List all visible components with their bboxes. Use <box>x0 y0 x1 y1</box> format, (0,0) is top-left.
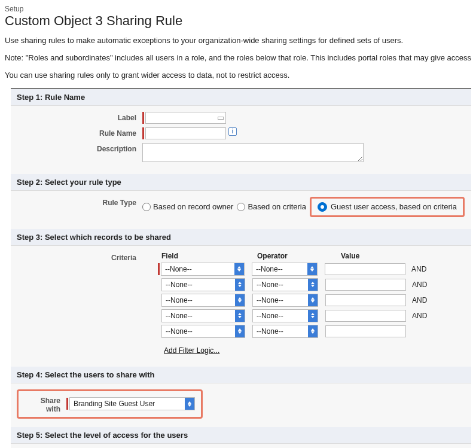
breadcrumb: Setup <box>5 5 471 13</box>
rule-name-input[interactable] <box>145 127 226 139</box>
rule-type-owner[interactable]: Based on record owner <box>142 202 233 211</box>
chevron-updown-icon <box>235 294 245 306</box>
page-title: Custom Object 3 Sharing Rule <box>5 13 471 29</box>
radio-owner-label: Based on record owner <box>153 202 233 211</box>
radio-criteria[interactable] <box>237 203 245 211</box>
value-input-2[interactable] <box>325 279 406 291</box>
operator-select-4[interactable]: --None-- <box>252 309 318 322</box>
field-select-1[interactable]: --None-- <box>161 263 245 276</box>
rule-type-label: Rule Type <box>17 197 142 207</box>
label-input[interactable] <box>145 112 226 124</box>
operator-select-5[interactable]: --None-- <box>252 325 318 338</box>
required-indicator <box>158 263 160 275</box>
and-label: AND <box>406 281 436 289</box>
share-with-select[interactable]: Branding Site Guest User <box>69 397 195 410</box>
chevron-updown-icon <box>308 279 318 291</box>
share-with-label: Share with <box>25 395 66 413</box>
rule-type-criteria[interactable]: Based on criteria <box>237 202 306 211</box>
chevron-updown-icon <box>235 279 245 291</box>
and-label: AND <box>405 265 435 273</box>
highlight-guest-rule-type: Guest user access, based on criteria <box>310 197 465 217</box>
value-input-5[interactable] <box>325 325 406 337</box>
step2-header: Step 2: Select your rule type <box>11 174 471 191</box>
intro-text: Use sharing rules to make automatic exce… <box>5 36 471 81</box>
add-filter-logic-link[interactable]: Add Filter Logic... <box>164 346 219 355</box>
and-label: AND <box>406 296 436 304</box>
field-select-5[interactable]: --None-- <box>161 325 245 338</box>
criteria-row: --None-- --None-- AND <box>161 294 448 307</box>
rule-type-guest[interactable]: Guest user access, based on criteria <box>318 202 457 212</box>
operator-select-3[interactable]: --None-- <box>252 294 318 307</box>
radio-criteria-label: Based on criteria <box>248 202 306 211</box>
chevron-updown-icon <box>308 310 318 322</box>
criteria-row: --None-- --None-- <box>161 325 448 338</box>
and-label: AND <box>406 312 436 320</box>
intro-3: You can use sharing rules only to grant … <box>5 71 471 81</box>
step4-header: Step 4: Select the users to share with <box>11 367 471 383</box>
description-input[interactable] <box>142 143 364 162</box>
value-input-1[interactable] <box>325 263 405 275</box>
field-select-4[interactable]: --None-- <box>161 309 245 322</box>
value-input-3[interactable] <box>325 294 406 306</box>
col-operator: Operator <box>257 252 341 260</box>
field-select-2[interactable]: --None-- <box>161 278 245 291</box>
radio-owner[interactable] <box>142 203 151 211</box>
col-field: Field <box>161 252 257 260</box>
required-indicator <box>142 112 144 124</box>
intro-1: Use sharing rules to make automatic exce… <box>5 36 471 46</box>
rule-name-label: Rule Name <box>17 127 142 138</box>
chevron-updown-icon <box>307 263 317 275</box>
criteria-row: --None-- --None-- AND <box>161 278 448 291</box>
criteria-row: --None-- --None-- AND <box>161 309 448 322</box>
highlight-share-with: Share with Branding Site Guest User <box>17 389 203 419</box>
chevron-updown-icon <box>235 310 245 322</box>
required-indicator <box>142 127 144 139</box>
info-icon[interactable]: i <box>228 127 237 136</box>
contact-card-icon[interactable]: ▭ <box>217 113 224 122</box>
intro-2: Note: "Roles and subordinates" includes … <box>5 53 471 63</box>
required-indicator <box>66 398 68 410</box>
step3-header: Step 3: Select which records to be share… <box>11 229 471 246</box>
radio-guest[interactable] <box>318 202 327 212</box>
step1-header: Step 1: Rule Name <box>11 89 471 106</box>
criteria-row: --None-- --None-- AND <box>161 263 448 276</box>
chevron-updown-icon <box>235 325 245 337</box>
chevron-updown-icon <box>308 294 318 306</box>
col-value: Value <box>341 252 419 260</box>
criteria-label: Criteria <box>17 252 142 262</box>
operator-select-2[interactable]: --None-- <box>252 278 318 291</box>
chevron-updown-icon <box>185 398 194 410</box>
radio-guest-label: Guest user access, based on criteria <box>331 202 457 211</box>
operator-select-1[interactable]: --None-- <box>252 263 318 276</box>
value-input-4[interactable] <box>325 310 406 322</box>
chevron-updown-icon <box>234 263 244 275</box>
chevron-updown-icon <box>308 325 318 337</box>
description-label: Description <box>17 143 142 153</box>
label-label: Label <box>17 112 142 122</box>
field-select-3[interactable]: --None-- <box>161 294 245 307</box>
step5-header: Step 5: Select the level of access for t… <box>11 427 471 444</box>
